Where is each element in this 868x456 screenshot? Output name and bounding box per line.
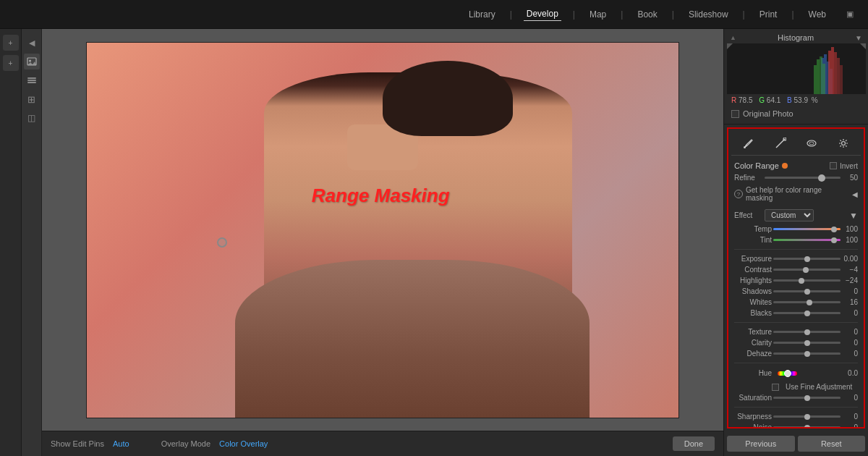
sharpness-value: 0: [842, 413, 858, 421]
radial-tool-icon[interactable]: [803, 135, 820, 152]
strip-photo-icon[interactable]: [24, 54, 40, 69]
help-row: ? Get help for color range masking ◀: [731, 184, 861, 204]
texture-slider[interactable]: [773, 331, 841, 333]
effect-row: Effect Custom Preset 1 ▼: [731, 207, 861, 224]
invert-label: Invert: [840, 162, 858, 170]
svg-rect-21: [840, 65, 843, 94]
menu-sep-3: |: [621, 9, 623, 20]
sharpness-slider[interactable]: [773, 415, 841, 418]
tint-slider[interactable]: [773, 239, 841, 241]
help-icon[interactable]: ?: [734, 190, 743, 198]
histogram-expand-icon[interactable]: ▼: [855, 34, 862, 42]
menu-map[interactable]: Map: [587, 8, 609, 21]
color-range-label: Color Range: [734, 161, 779, 170]
menu-library[interactable]: Library: [466, 8, 498, 21]
blacks-label: Blacks: [734, 309, 772, 317]
whites-slider[interactable]: [773, 301, 841, 303]
help-text: Get help for color range masking: [746, 186, 849, 202]
menu-sep-5: |: [743, 9, 745, 20]
shadows-value: 0: [842, 287, 858, 295]
contrast-slider[interactable]: [773, 269, 841, 271]
temp-label: Temp: [734, 225, 772, 233]
previous-button[interactable]: Previous: [727, 436, 795, 452]
menu-develop[interactable]: Develop: [524, 7, 561, 21]
contrast-label: Contrast: [734, 266, 772, 274]
left-tool-1[interactable]: +: [3, 35, 19, 51]
effect-dropdown[interactable]: Custom Preset 1: [765, 209, 814, 221]
svg-point-1: [29, 60, 31, 62]
hue-slider[interactable]: [778, 371, 797, 376]
center-area: Range Masking Show Edit Pins Auto Overla…: [42, 29, 723, 456]
reset-button[interactable]: Reset: [798, 436, 866, 452]
blacks-row: Blacks 0: [731, 308, 861, 318]
whites-value: 16: [842, 298, 858, 306]
color-dot-icon: [782, 163, 788, 169]
texture-value: 0: [842, 328, 858, 336]
svg-point-26: [809, 142, 814, 145]
effect-label: Effect: [734, 211, 762, 219]
whites-row: Whites 16: [731, 297, 861, 308]
shadows-slider[interactable]: [773, 290, 841, 292]
blacks-slider[interactable]: [773, 312, 841, 314]
done-button[interactable]: Done: [673, 436, 715, 451]
adjustment-pin[interactable]: [217, 237, 227, 248]
blacks-value: 0: [842, 309, 858, 317]
image-canvas[interactable]: Range Masking: [42, 29, 723, 431]
saturation-slider[interactable]: [773, 397, 841, 399]
svg-rect-6: [727, 43, 866, 94]
invert-checkbox[interactable]: [830, 162, 837, 169]
highlights-value: −24: [842, 276, 858, 284]
shadows-label: Shadows: [734, 287, 772, 295]
collapse-icon[interactable]: ▼: [849, 211, 858, 221]
original-photo-label: Original Photo: [743, 109, 793, 118]
show-edit-pins-label: Show Edit Pins: [51, 439, 104, 448]
original-photo-checkbox[interactable]: [731, 110, 739, 118]
texture-label: Texture: [734, 328, 772, 336]
menu-sep-1: |: [510, 9, 512, 20]
texture-row: Texture 0: [731, 326, 861, 337]
shadows-row: Shadows 0: [731, 286, 861, 297]
percent-sign: %: [812, 96, 818, 104]
photo-display: Range Masking: [86, 42, 679, 418]
strip-expand[interactable]: ◀: [24, 35, 40, 51]
menu-slideshow[interactable]: Slideshow: [686, 8, 731, 21]
brush-tool-icon[interactable]: [740, 135, 757, 152]
strip-settings-icon[interactable]: [24, 72, 40, 88]
svg-rect-3: [27, 77, 36, 79]
sharpness-label: Sharpness: [734, 413, 772, 421]
auto-value[interactable]: Auto: [113, 439, 129, 448]
b-value: 53.9: [794, 96, 808, 104]
refine-slider[interactable]: [765, 177, 841, 179]
color-range-left: Color Range: [734, 161, 788, 170]
strip-overlay-icon[interactable]: ⊞: [24, 91, 40, 107]
dehaze-slider[interactable]: [773, 352, 841, 355]
refine-row: Refine 50: [731, 172, 861, 184]
hue-row: Hue 0.0: [731, 367, 861, 381]
clarity-slider[interactable]: [773, 342, 841, 344]
exposure-slider[interactable]: [773, 258, 841, 260]
svg-rect-17: [828, 51, 831, 94]
sep-3: [734, 363, 858, 363]
left-tool-2[interactable]: +: [3, 55, 19, 71]
g-label: G: [759, 96, 765, 104]
menu-book[interactable]: Book: [634, 8, 660, 21]
sep-4: [734, 407, 858, 408]
color-overlay-value[interactable]: Color Overlay: [219, 439, 268, 448]
strip-compare-icon[interactable]: ◫: [24, 110, 40, 126]
fine-adjust-checkbox[interactable]: [772, 384, 779, 391]
tint-row: Tint 100: [731, 235, 861, 245]
highlights-slider[interactable]: [773, 279, 841, 282]
sharpness-row: Sharpness 0: [731, 411, 861, 422]
settings-tool-icon[interactable]: [835, 135, 852, 152]
hue-header: Hue 0.0: [734, 369, 858, 377]
noise-slider[interactable]: [773, 426, 841, 428]
rgb-values-bar: R 78.5 G 64.1 B 53.9 %: [727, 94, 865, 106]
menu-print[interactable]: Print: [757, 8, 780, 21]
b-label: B: [787, 96, 792, 104]
temp-slider[interactable]: [773, 228, 841, 230]
histogram-section: ▲ Histogram ▼: [724, 29, 868, 124]
menu-web[interactable]: Web: [806, 8, 829, 21]
exposure-label: Exposure: [734, 255, 772, 263]
noise-row: Noise 0: [731, 422, 861, 428]
gradient-tool-icon[interactable]: [772, 135, 789, 152]
